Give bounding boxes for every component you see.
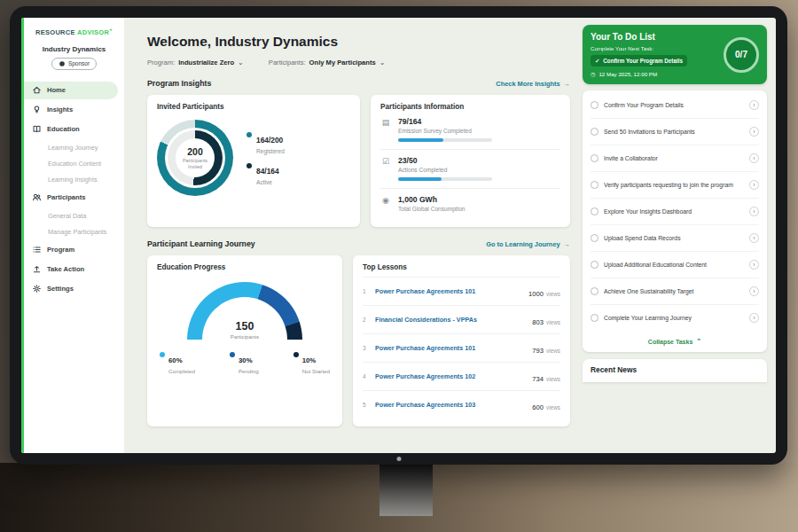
participants-filter[interactable]: Participants: Only My Participants ⌄ bbox=[269, 59, 386, 66]
sidebar-item-take-action[interactable]: Take Action bbox=[24, 261, 118, 278]
legend-label: Pending bbox=[239, 368, 259, 374]
lesson-link[interactable]: Power Purchase Agreements 102 bbox=[375, 372, 526, 380]
lesson-link[interactable]: Power Purchase Agreements 103 bbox=[375, 401, 526, 409]
stat-label: Actions Completed bbox=[398, 167, 492, 173]
sidebar-item-general-data[interactable]: General Data bbox=[24, 208, 124, 223]
invited-legend: 164/200 Registered 84/164 Active bbox=[246, 123, 285, 192]
power-led bbox=[396, 457, 401, 461]
insights-cards-row: Invited Participants 200 Participants In… bbox=[147, 95, 570, 227]
sidebar-item-settings[interactable]: Settings bbox=[24, 280, 118, 298]
active-value: 84/164 bbox=[256, 167, 279, 176]
legend-not-started: 10% Not Started bbox=[293, 350, 330, 374]
chevron-right-icon[interactable]: › bbox=[749, 313, 759, 323]
learning-journey-title: Participant Learning Journey bbox=[147, 239, 255, 248]
chevron-right-icon[interactable]: › bbox=[749, 233, 759, 243]
legend-pending: 30% Pending bbox=[230, 350, 259, 374]
registered-dot bbox=[246, 132, 252, 137]
chevron-right-icon[interactable]: › bbox=[749, 127, 759, 137]
education-gauge-center: 150 Participants bbox=[187, 320, 302, 340]
education-card-title: Education Progress bbox=[157, 263, 332, 271]
task-row-upload-spend-data[interactable]: Upload Spend Data Records › bbox=[591, 225, 759, 252]
task-label: Confirm Your Program Details bbox=[604, 101, 744, 110]
sidebar-item-education[interactable]: Education bbox=[24, 121, 118, 138]
lesson-rank: 2 bbox=[363, 317, 369, 323]
task-row-verify-participants[interactable]: Verify participants requesting to join t… bbox=[591, 172, 759, 199]
main-content: Welcome, Industry Dynamics Program: Indu… bbox=[124, 18, 579, 453]
participants-filter-value: Only My Participants bbox=[309, 59, 376, 66]
task-row-invite-collaborator[interactable]: Invite a Collaborator › bbox=[591, 145, 759, 172]
sidebar-item-participants[interactable]: Participants bbox=[24, 189, 118, 207]
chevron-right-icon[interactable]: › bbox=[749, 207, 759, 216]
people-icon bbox=[32, 192, 42, 202]
lesson-views: 793 bbox=[532, 347, 544, 355]
progress-bar-fill bbox=[398, 177, 442, 181]
tasks-list-card: Confirm Your Program Details › Send 50 I… bbox=[583, 90, 767, 352]
next-task-pill[interactable]: ✓ Confirm Your Program Details bbox=[591, 55, 687, 66]
sidebar-item-learning-insights[interactable]: Learning Insights bbox=[24, 172, 124, 187]
check-more-insights-link[interactable]: Check More Insights → bbox=[496, 80, 570, 88]
todo-subtitle: Complete Your Next Task: bbox=[591, 45, 687, 51]
chevron-down-icon: ⌄ bbox=[379, 59, 386, 66]
views-unit: views bbox=[546, 291, 560, 297]
lesson-link[interactable]: Power Purchase Agreements 101 bbox=[375, 344, 526, 352]
lesson-row: 3 Power Purchase Agreements 101 793views bbox=[363, 334, 560, 363]
sidebar-item-label: Learning Insights bbox=[48, 176, 98, 184]
sidebar-item-label: Education bbox=[47, 125, 80, 133]
program-insights-title: Program Insights bbox=[147, 79, 211, 88]
sidebar-item-label: Home bbox=[47, 86, 66, 94]
checkbox-icon[interactable] bbox=[591, 101, 598, 109]
sidebar-item-learning-journey[interactable]: Learning Journey bbox=[24, 140, 124, 155]
education-center-value: 150 bbox=[187, 320, 302, 332]
next-task-due: ◷ 12 May 2025, 12:00 PM bbox=[591, 71, 687, 77]
task-row-confirm-program[interactable]: Confirm Your Program Details › bbox=[591, 92, 759, 119]
completed-dot bbox=[160, 352, 165, 357]
checkbox-icon[interactable] bbox=[591, 287, 598, 295]
registered-label: Registered bbox=[256, 148, 285, 154]
task-row-upload-educational-content[interactable]: Upload Additional Educational Content › bbox=[591, 252, 759, 278]
lesson-link[interactable]: Power Purchase Agreements 101 bbox=[375, 287, 522, 295]
chevron-right-icon[interactable]: › bbox=[749, 180, 759, 190]
sidebar-item-label: Settings bbox=[47, 285, 74, 293]
lesson-link[interactable]: Financial Considerations - VPPAs bbox=[375, 316, 526, 324]
sidebar-item-label: Manage Participants bbox=[48, 228, 107, 236]
sidebar-item-program[interactable]: Program bbox=[24, 241, 118, 259]
chevron-down-icon: ⌄ bbox=[238, 59, 244, 66]
program-filter[interactable]: Program: Industrialize Zero ⌄ bbox=[147, 59, 244, 66]
task-row-achieve-target[interactable]: Achieve One Sustainability Target › bbox=[591, 278, 759, 305]
sidebar-item-label: Participants bbox=[47, 193, 85, 201]
chevron-right-icon[interactable]: › bbox=[749, 286, 759, 296]
stat-label: Total Global Consumption bbox=[398, 206, 466, 212]
checkbox-icon[interactable] bbox=[591, 314, 598, 322]
checkbox-icon[interactable] bbox=[591, 234, 598, 242]
go-to-learning-journey-link[interactable]: Go to Learning Journey → bbox=[486, 240, 570, 248]
chevron-right-icon[interactable]: › bbox=[749, 153, 759, 163]
views-unit: views bbox=[546, 319, 560, 325]
due-label: 12 May 2025, 12:00 PM bbox=[598, 71, 657, 77]
task-row-complete-learning-journey[interactable]: Complete Your Learning Journey › bbox=[591, 305, 759, 331]
not-started-dot bbox=[293, 352, 299, 357]
sidebar-item-home[interactable]: Home bbox=[24, 82, 118, 99]
consumption-icon: ◉ bbox=[380, 196, 391, 212]
checkbox-icon[interactable] bbox=[591, 128, 598, 136]
checkbox-icon[interactable] bbox=[591, 261, 598, 269]
invited-participants-card: Invited Participants 200 Participants In… bbox=[147, 95, 360, 227]
lesson-views: 600 bbox=[532, 403, 544, 411]
sidebar-item-manage-participants[interactable]: Manage Participants bbox=[24, 224, 124, 239]
sidebar-item-insights[interactable]: Insights bbox=[24, 101, 118, 119]
checkbox-icon[interactable] bbox=[591, 181, 598, 189]
invited-center-label: Participants Invited bbox=[180, 158, 210, 170]
legend-label: Not Started bbox=[302, 368, 330, 374]
top-lessons-title: Top Lessons bbox=[363, 263, 560, 278]
sidebar-item-education-content[interactable]: Education Content bbox=[24, 156, 124, 171]
education-gauge-chart: 150 Participants bbox=[187, 282, 302, 340]
task-row-send-invitations[interactable]: Send 50 Invitations to Participants › bbox=[591, 119, 759, 145]
chevron-right-icon[interactable]: › bbox=[749, 100, 759, 110]
sponsor-badge-label: Sponsor bbox=[68, 60, 90, 66]
task-row-explore-insights[interactable]: Explore Your Insights Dashboard › bbox=[591, 199, 759, 225]
checkbox-icon[interactable] bbox=[591, 207, 598, 215]
collapse-tasks-button[interactable]: Collapse Tasks ⌃ bbox=[591, 331, 759, 352]
chevron-right-icon[interactable]: › bbox=[749, 260, 759, 270]
checkbox-icon[interactable] bbox=[591, 154, 598, 162]
list-icon bbox=[32, 245, 42, 254]
stat-value: 23/50 bbox=[398, 156, 492, 165]
